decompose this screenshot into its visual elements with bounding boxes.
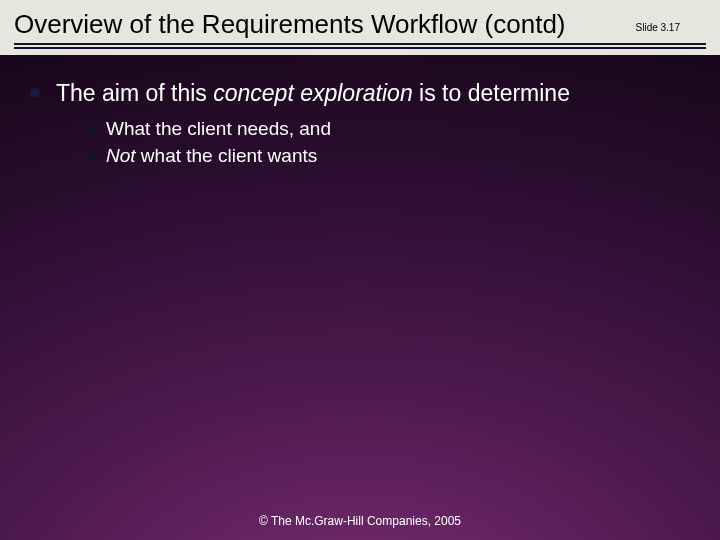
arrow-right-icon: [90, 122, 100, 134]
text-fragment-italic: concept exploration: [213, 80, 412, 106]
svg-marker-0: [90, 122, 100, 134]
bullet-level2-group: What the client needs, and Not what the …: [90, 117, 690, 168]
slide: Overview of the Requirements Workflow (c…: [0, 0, 720, 540]
svg-marker-1: [90, 149, 100, 161]
copyright-text: © The Mc.Graw-Hill Companies, 2005: [259, 514, 461, 528]
arrow-right-icon: [90, 149, 100, 161]
text-fragment: The aim of this: [56, 80, 213, 106]
slide-title: Overview of the Requirements Workflow (c…: [14, 10, 706, 39]
bullet-level1-text: The aim of this concept exploration is t…: [56, 79, 570, 108]
bullet-level2: Not what the client wants: [90, 144, 690, 169]
title-divider: [14, 43, 706, 49]
bullet-level1: The aim of this concept exploration is t…: [30, 79, 690, 108]
text-fragment-italic: Not: [106, 145, 136, 166]
slide-number: Slide 3.17: [636, 22, 680, 33]
text-fragment: is to determine: [413, 80, 570, 106]
slide-body: The aim of this concept exploration is t…: [0, 55, 720, 169]
slide-footer: © The Mc.Graw-Hill Companies, 2005: [0, 514, 720, 528]
bullet-level2-text: What the client needs, and: [106, 117, 331, 142]
disc-bullet-icon: [30, 88, 40, 98]
slide-header: Overview of the Requirements Workflow (c…: [0, 0, 720, 55]
bullet-level2: What the client needs, and: [90, 117, 690, 142]
text-fragment: what the client wants: [136, 145, 318, 166]
bullet-level2-text: Not what the client wants: [106, 144, 317, 169]
